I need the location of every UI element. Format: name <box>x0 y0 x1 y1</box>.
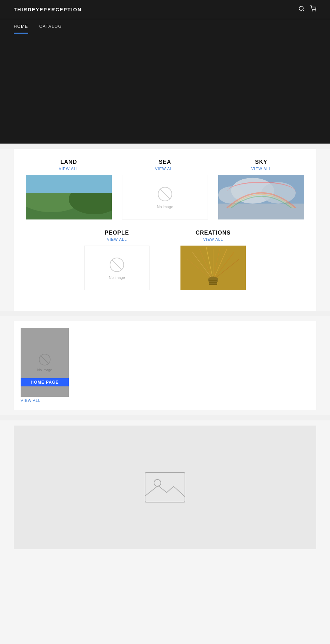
svg-point-0 <box>299 6 303 10</box>
no-image-icon-people <box>108 256 125 273</box>
collection-people-view-all[interactable]: VIEW ALL <box>84 237 150 241</box>
svg-point-15 <box>218 187 244 204</box>
svg-line-33 <box>41 355 49 364</box>
search-icon[interactable] <box>298 5 305 13</box>
hero-banner <box>0 34 330 144</box>
collection-creations: CREATIONS VIEW ALL <box>175 230 251 290</box>
collection-people-title: PEOPLE <box>84 230 150 236</box>
collection-people-no-image[interactable]: No image <box>84 246 150 290</box>
collection-people: PEOPLE VIEW ALL No image <box>79 230 155 290</box>
collection-sky-title: SKY <box>218 159 304 165</box>
collection-sky-image[interactable] <box>218 175 304 219</box>
homepage-section: No image HOME PAGE VIEW ALL <box>14 321 316 410</box>
cart-icon[interactable] <box>310 5 316 13</box>
header-icons <box>298 5 316 13</box>
header: THIRDEYEPERCEPTION <box>0 0 330 19</box>
collection-sea: SEA VIEW ALL No image <box>117 159 213 219</box>
collections-section: LAND VIEW ALL SEA VIEW ALL <box>14 149 316 311</box>
collection-land-title: LAND <box>26 159 112 165</box>
svg-point-14 <box>261 182 296 204</box>
sea-no-image-text: No image <box>157 205 173 209</box>
svg-point-2 <box>312 11 313 11</box>
collection-creations-view-all[interactable]: VIEW ALL <box>180 237 246 241</box>
large-placeholder-container <box>144 472 186 503</box>
main-nav: HOME CATALOG <box>0 19 330 34</box>
collection-sky-view-all[interactable]: VIEW ALL <box>218 167 304 171</box>
people-no-image-text: No image <box>109 275 125 280</box>
svg-point-3 <box>315 11 316 11</box>
collection-land: LAND VIEW ALL <box>21 159 117 219</box>
collections-row-1: LAND VIEW ALL SEA VIEW ALL <box>21 159 309 219</box>
homepage-card: No image HOME PAGE VIEW ALL <box>21 328 69 403</box>
collection-land-view-all[interactable]: VIEW ALL <box>26 167 112 171</box>
site-logo[interactable]: THIRDEYEPERCEPTION <box>14 7 82 12</box>
homepage-badge[interactable]: HOME PAGE <box>21 378 69 386</box>
svg-point-35 <box>154 479 161 486</box>
no-image-icon <box>156 185 174 203</box>
collection-sea-title: SEA <box>122 159 208 165</box>
svg-line-10 <box>160 189 170 199</box>
divider-1 <box>0 144 330 149</box>
nav-home[interactable]: HOME <box>14 19 28 34</box>
collection-sky: SKY VIEW ALL <box>213 159 309 219</box>
homepage-view-all[interactable]: VIEW ALL <box>21 398 69 403</box>
nav-catalog[interactable]: CATALOG <box>39 19 62 34</box>
collection-sea-no-image[interactable]: No image <box>122 175 208 219</box>
homepage-no-image-icon <box>38 353 52 366</box>
homepage-no-image-text: No image <box>37 368 52 372</box>
collection-creations-title: CREATIONS <box>180 230 246 236</box>
large-placeholder-icon <box>144 472 186 503</box>
svg-line-1 <box>302 10 304 11</box>
collection-creations-image[interactable] <box>180 246 246 290</box>
svg-rect-8 <box>26 175 112 193</box>
large-image-section <box>14 426 316 549</box>
collection-land-image[interactable] <box>26 175 112 219</box>
divider-3 <box>0 415 330 420</box>
svg-rect-34 <box>145 473 185 502</box>
svg-point-13 <box>231 178 274 204</box>
svg-line-17 <box>112 260 122 270</box>
divider-2 <box>0 311 330 316</box>
svg-rect-29 <box>209 280 217 285</box>
collection-sea-view-all[interactable]: VIEW ALL <box>122 167 208 171</box>
homepage-card-image: No image HOME PAGE <box>21 328 69 397</box>
collections-row-2: PEOPLE VIEW ALL No image CREATIONS VIEW … <box>21 230 309 290</box>
